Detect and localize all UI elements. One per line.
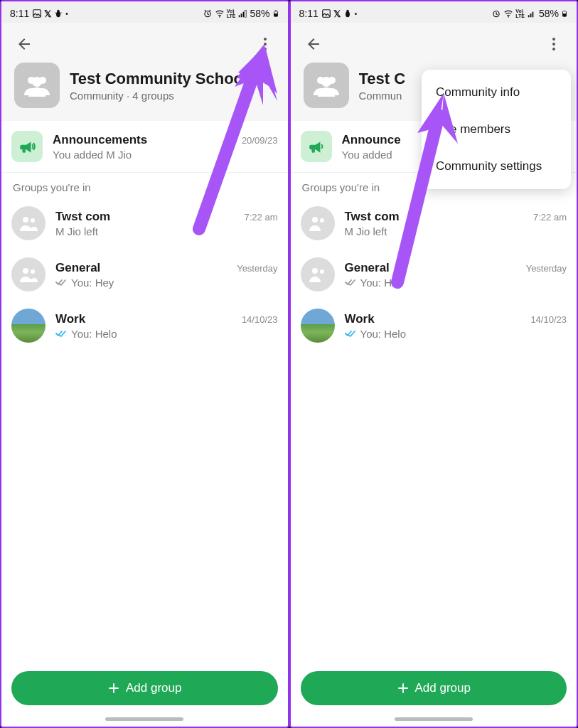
group-subtitle: You: Helo	[345, 328, 567, 340]
community-title: Test C	[359, 70, 406, 88]
svg-rect-13	[275, 10, 277, 11]
community-avatar	[14, 63, 60, 108]
group-row-twst[interactable]: Twst com 7:22 am M Jio left	[1, 198, 288, 249]
svg-rect-9	[243, 12, 245, 18]
svg-rect-32	[528, 15, 530, 17]
group-subtitle: You: Hey	[55, 277, 278, 289]
back-button[interactable]	[299, 30, 328, 58]
svg-line-3	[55, 13, 57, 14]
group-row-twst[interactable]: Twst com 7:22 am M Jio left	[291, 198, 577, 249]
group-row-work[interactable]: Work 14/10/23 You: Helo	[1, 300, 288, 351]
group-avatar	[11, 206, 46, 240]
nav-pill	[395, 717, 473, 721]
signal-icon	[237, 9, 247, 18]
more-options-button[interactable]	[251, 30, 279, 58]
megaphone-icon	[11, 131, 43, 162]
read-ticks-icon	[345, 278, 358, 287]
svg-point-43	[312, 217, 318, 223]
group-name: Twst com	[55, 210, 110, 224]
svg-rect-10	[245, 10, 247, 17]
announcements-row[interactable]: Announcements 20/09/23 You added M Jio	[1, 121, 288, 173]
plus-icon	[107, 682, 120, 695]
svg-point-6	[219, 16, 220, 18]
options-dropdown: Community info e members Community setti…	[422, 70, 571, 189]
group-row-general[interactable]: General Yesterday You: Hey	[1, 249, 288, 300]
svg-point-22	[23, 268, 28, 274]
svg-rect-36	[563, 14, 567, 16]
svg-point-44	[320, 218, 324, 223]
group-time: Yesterday	[526, 263, 567, 274]
menu-community-settings[interactable]: Community settings	[422, 148, 571, 185]
announcements-title: Announcements	[53, 133, 147, 147]
group-name: Twst com	[345, 210, 400, 224]
svg-point-46	[320, 269, 324, 274]
volte-icon: Vo)LTE	[227, 9, 236, 18]
group-name: Work	[55, 312, 85, 326]
svg-point-39	[552, 48, 555, 50]
read-ticks-icon	[55, 278, 68, 287]
svg-rect-0	[33, 10, 41, 18]
community-avatar	[304, 63, 349, 108]
group-subtitle: M Jio left	[55, 225, 278, 237]
x-icon: 𝕏	[333, 9, 341, 19]
megaphone-icon	[301, 131, 332, 162]
battery-icon	[561, 8, 568, 19]
group-subtitle: You: Helo	[55, 328, 278, 340]
svg-point-1	[56, 11, 60, 17]
battery-percent: 58%	[539, 8, 559, 19]
svg-point-29	[346, 10, 349, 13]
wifi-icon	[215, 9, 225, 18]
group-time: Yesterday	[237, 263, 277, 274]
image-icon	[32, 9, 42, 18]
image-icon	[321, 9, 331, 18]
svg-point-20	[23, 217, 28, 223]
svg-point-14	[264, 38, 267, 41]
group-subtitle: You: Hey	[345, 277, 567, 289]
svg-point-15	[264, 43, 267, 46]
back-button[interactable]	[10, 30, 38, 58]
community-subtitle: Commun	[359, 90, 406, 102]
announcements-time: 20/09/23	[242, 135, 278, 146]
status-bar: 8:11 𝕏 • Vo)LTE 58%	[291, 1, 577, 23]
signal-icon	[527, 9, 537, 18]
group-row-work[interactable]: Work 14/10/23 You: Helo	[291, 300, 577, 351]
svg-rect-27	[323, 10, 331, 18]
groups-section-label: Groups you're in	[1, 173, 288, 198]
add-group-button[interactable]: Add group	[301, 671, 567, 705]
svg-point-16	[264, 48, 267, 50]
wifi-icon	[503, 9, 513, 18]
group-avatar	[11, 257, 46, 291]
svg-rect-8	[241, 14, 242, 17]
group-avatar-work	[301, 309, 335, 343]
group-subtitle: M Jio left	[345, 225, 567, 237]
battery-percent: 58%	[250, 8, 269, 19]
group-avatar-work	[11, 309, 46, 343]
svg-rect-33	[530, 14, 532, 17]
group-name: General	[345, 261, 390, 275]
svg-rect-7	[239, 15, 240, 17]
svg-point-19	[32, 77, 42, 87]
group-avatar	[301, 206, 335, 240]
read-ticks-icon	[55, 329, 68, 338]
alarm-icon	[491, 9, 501, 18]
group-time: 14/10/23	[242, 314, 278, 325]
phone-right: 8:11 𝕏 • Vo)LTE 58%	[289, 0, 579, 728]
menu-invite-members[interactable]: e members	[422, 111, 571, 148]
more-options-button[interactable]	[540, 30, 568, 58]
add-group-button[interactable]: Add group	[11, 671, 278, 705]
svg-point-21	[31, 218, 35, 223]
alarm-icon	[203, 9, 213, 18]
community-header[interactable]: Test Community School Community · 4 grou…	[10, 58, 279, 108]
group-name: General	[55, 261, 100, 275]
plus-icon	[397, 682, 410, 695]
app-header: Test Community School Community · 4 grou…	[1, 23, 288, 121]
svg-point-23	[31, 269, 35, 274]
group-row-general[interactable]: General Yesterday You: Hey	[291, 249, 577, 300]
svg-rect-12	[274, 14, 277, 16]
menu-community-info[interactable]: Community info	[422, 74, 571, 111]
bug-icon	[343, 9, 353, 18]
svg-point-45	[312, 268, 318, 274]
group-time: 14/10/23	[530, 314, 567, 325]
group-time: 7:22 am	[245, 212, 278, 223]
announcements-subtitle: You added M Jio	[53, 149, 278, 161]
